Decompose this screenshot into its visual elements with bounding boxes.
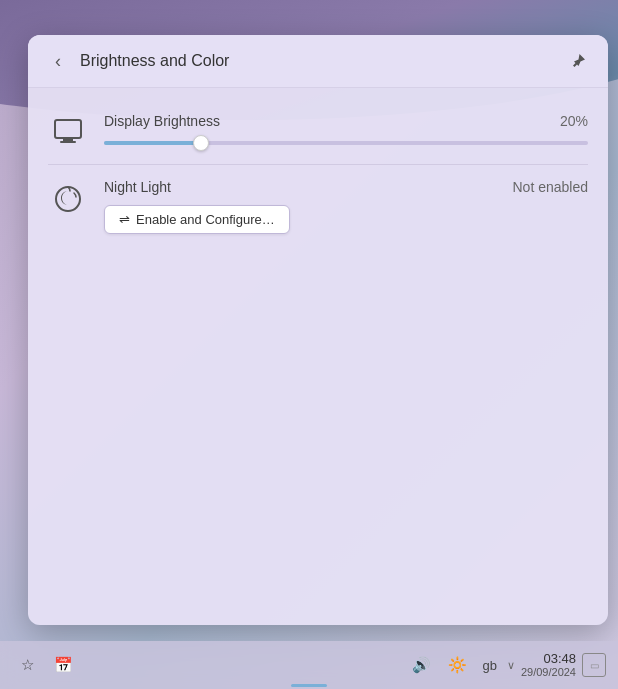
- language-label: gb: [482, 658, 496, 673]
- back-button[interactable]: ‹: [44, 47, 72, 75]
- brightness-header: Display Brightness 20%: [104, 113, 588, 129]
- window-title: Brightness and Color: [72, 52, 564, 70]
- night-light-icon-container: [48, 179, 88, 219]
- taskbar-brightness[interactable]: 🔆: [442, 650, 472, 680]
- slider-thumb[interactable]: [193, 135, 209, 151]
- taskbar-clock[interactable]: 03:48 29/09/2024: [521, 651, 576, 680]
- taskbar-apps[interactable]: ☆: [12, 650, 42, 680]
- apps-icon: ☆: [21, 656, 34, 674]
- chevron-icon: ∨: [507, 659, 515, 671]
- taskbar-chevron[interactable]: ∨: [507, 659, 515, 672]
- taskbar-volume[interactable]: 🔊: [406, 650, 436, 680]
- pin-button[interactable]: [564, 47, 592, 75]
- back-icon: ‹: [55, 51, 61, 72]
- night-light-row: Night Light Not enabled ⇌ Enable and Con…: [48, 169, 588, 244]
- brightness-slider[interactable]: [104, 135, 588, 151]
- taskbar-language[interactable]: gb: [478, 658, 500, 673]
- taskbar-date: 29/09/2024: [521, 666, 576, 679]
- desktop-icon: ▭: [590, 660, 599, 671]
- volume-icon: 🔊: [412, 656, 431, 674]
- svg-rect-2: [60, 141, 76, 143]
- night-light-controls: Night Light Not enabled ⇌ Enable and Con…: [104, 179, 588, 234]
- slider-fill: [104, 141, 201, 145]
- slider-track: [104, 141, 588, 145]
- svg-point-3: [56, 187, 80, 211]
- taskbar-calendar[interactable]: 📅: [48, 650, 78, 680]
- brightness-row: Display Brightness 20%: [48, 104, 588, 160]
- pin-icon: [570, 53, 586, 69]
- display-icon: [48, 112, 88, 152]
- brightness-color-window: ‹ Brightness and Color Display Brightnes…: [28, 35, 608, 625]
- brightness-label: Display Brightness: [104, 113, 220, 129]
- configure-icon: ⇌: [119, 212, 130, 227]
- configure-label: Enable and Configure…: [136, 212, 275, 227]
- titlebar: ‹ Brightness and Color: [28, 35, 608, 88]
- calendar-icon: 📅: [54, 656, 73, 674]
- moon-icon: [52, 183, 84, 215]
- monitor-icon: [52, 116, 84, 148]
- window-content: Display Brightness 20%: [28, 88, 608, 260]
- night-light-header: Night Light Not enabled: [104, 179, 588, 195]
- active-app-indicator: [291, 684, 327, 687]
- night-light-status: Not enabled: [512, 179, 588, 195]
- taskbar-time: 03:48: [521, 651, 576, 667]
- brightness-value: 20%: [560, 113, 588, 129]
- configure-button[interactable]: ⇌ Enable and Configure…: [104, 205, 290, 234]
- brightness-controls: Display Brightness 20%: [104, 113, 588, 151]
- taskbar: ☆ 📅 🔊 🔆 gb ∨ 03:48 29/09/2024 ▭: [0, 641, 618, 689]
- divider: [48, 164, 588, 165]
- brightness-taskbar-icon: 🔆: [448, 656, 467, 674]
- night-light-label: Night Light: [104, 179, 171, 195]
- show-desktop-button[interactable]: ▭: [582, 653, 606, 677]
- svg-rect-1: [63, 138, 73, 141]
- svg-rect-0: [55, 120, 81, 138]
